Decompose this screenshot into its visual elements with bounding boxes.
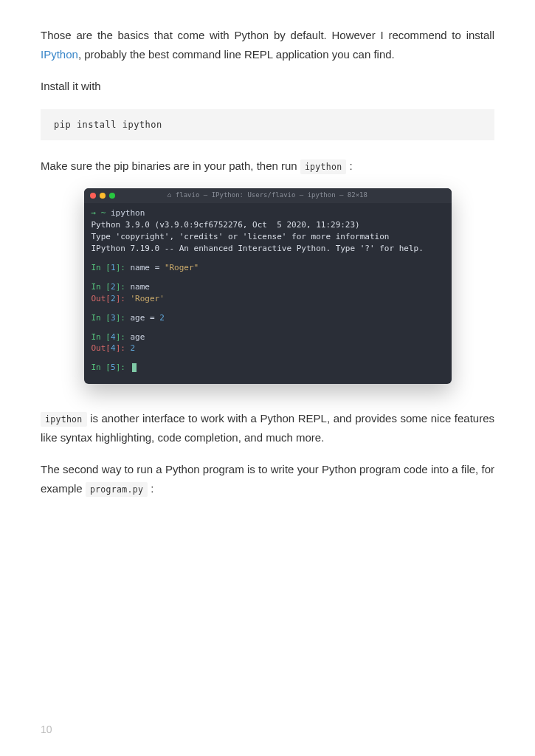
- run-paragraph: Make sure the pip binaries are in your p…: [41, 157, 494, 176]
- prompt-tilde: ~: [96, 208, 111, 218]
- terminal-body: → ~ ipython Python 3.9.0 (v3.9.0:9cf6752…: [84, 203, 452, 384]
- inline-code-ipython: ipython: [300, 159, 347, 174]
- text: is another interface to work with a Pyth…: [41, 412, 494, 444]
- pip-install-code: pip install ipython: [41, 109, 494, 140]
- intro-paragraph: Those are the basics that come with Pyth…: [41, 26, 494, 63]
- ipython-link[interactable]: IPython: [41, 48, 78, 61]
- terminal-in-2: In [2]: name: [92, 281, 444, 293]
- terminal-in-1: In [1]: name = "Roger": [92, 262, 444, 274]
- terminal-title: ⌂ flavio — IPython: Users/flavio — ipyth…: [84, 190, 452, 200]
- terminal-out-4: Out[4]: 2: [92, 343, 444, 354]
- terminal-in-4: In [4]: age: [92, 331, 444, 343]
- terminal-line: IPython 7.19.0 -- An enhanced Interactiv…: [92, 243, 444, 255]
- terminal-titlebar: ⌂ flavio — IPython: Users/flavio — ipyth…: [84, 188, 452, 203]
- ipython-desc-paragraph: ipython is another interface to work wit…: [41, 409, 494, 447]
- inline-code-ipython: ipython: [41, 412, 87, 427]
- install-heading: Install it with: [41, 77, 494, 96]
- text: Make sure the pip binaries are in your p…: [41, 159, 300, 172]
- cursor-icon: [132, 363, 137, 372]
- terminal-out-2: Out[2]: 'Roger': [92, 293, 444, 305]
- terminal-line: Type 'copyright', 'credits' or 'license'…: [92, 231, 444, 243]
- terminal-screenshot: ⌂ flavio — IPython: Users/flavio — ipyth…: [84, 188, 452, 384]
- text: :: [148, 482, 153, 495]
- inline-code-program: program.py: [86, 482, 148, 497]
- text: :: [346, 159, 352, 172]
- text: , probably the best command line REPL ap…: [78, 48, 395, 61]
- page-number: 10: [41, 724, 52, 735]
- terminal-cmd: ipython: [111, 208, 145, 218]
- terminal-line: Python 3.9.0 (v3.9.0:9cf6752276, Oct 5 2…: [92, 219, 444, 231]
- terminal-in-3: In [3]: age = 2: [92, 312, 444, 324]
- terminal-in-5: In [5]:: [92, 362, 444, 374]
- text: Those are the basics that come with Pyth…: [41, 29, 494, 41]
- file-paragraph: The second way to run a Python program i…: [41, 460, 494, 498]
